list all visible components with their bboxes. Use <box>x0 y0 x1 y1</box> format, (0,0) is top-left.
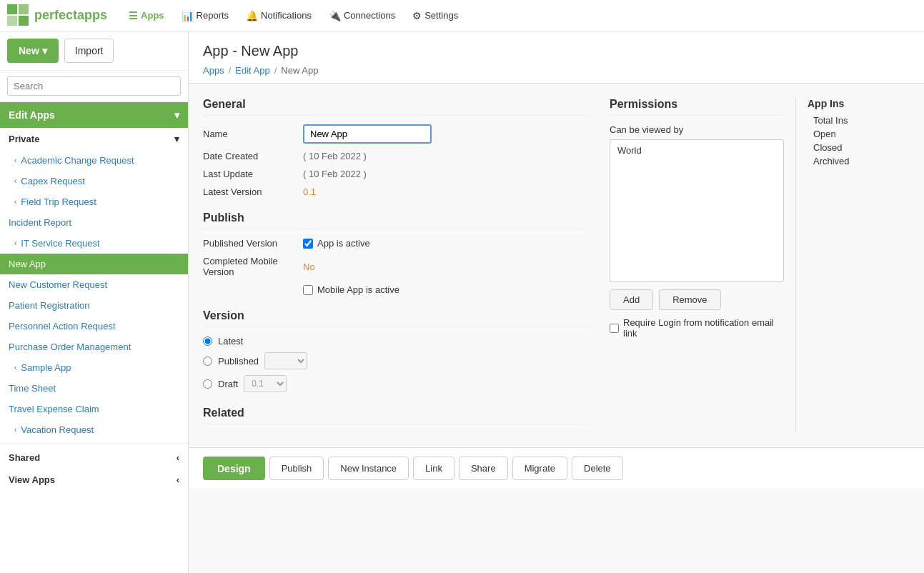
chevron-icon: ‹ <box>14 177 16 185</box>
dropdown-arrow-icon: ▾ <box>42 45 47 56</box>
logo-text: perfectapps <box>34 8 107 23</box>
chevron-icon: ‹ <box>14 198 16 206</box>
publish-button[interactable]: Publish <box>269 457 324 480</box>
view-apps-header[interactable]: View Apps ‹ <box>0 469 188 491</box>
can-be-viewed-label: Can be viewed by <box>610 124 784 135</box>
mobile-app-active-row: Mobile App is active <box>203 284 588 295</box>
new-instance-button[interactable]: New Instance <box>328 457 409 480</box>
main-body: General Name Date Created ( 10 Feb 2022 … <box>189 84 924 447</box>
date-created-label: Date Created <box>203 151 303 161</box>
shared-group-header[interactable]: Shared ‹ <box>0 447 188 469</box>
svg-rect-2 <box>7 16 17 26</box>
require-login-row: Require Login from notification email li… <box>610 317 784 339</box>
search-input[interactable] <box>7 76 181 96</box>
name-input[interactable] <box>303 124 432 144</box>
date-created-row: Date Created ( 10 Feb 2022 ) <box>203 151 588 161</box>
chevron-icon: ‹ <box>14 239 16 247</box>
sidebar-item-sample-app[interactable]: ‹ Sample App <box>0 357 188 378</box>
total-ins-row: Total Ins <box>808 115 910 126</box>
general-section-title: General <box>203 98 588 116</box>
page-title: App - New App <box>203 43 910 59</box>
private-group-header[interactable]: Private ▾ <box>0 128 188 150</box>
mobile-app-active-checkbox[interactable] <box>303 285 313 295</box>
sidebar-item-patient-registration[interactable]: Patient Registration <box>0 295 188 316</box>
breadcrumb-edit-app[interactable]: Edit App <box>235 65 269 76</box>
version-latest-label: Latest <box>218 336 243 347</box>
version-published-label: Published <box>218 356 259 367</box>
require-login-checkbox[interactable] <box>610 324 619 333</box>
new-button[interactable]: New ▾ <box>7 39 59 63</box>
svg-rect-0 <box>7 4 17 14</box>
sidebar-item-capex-request[interactable]: ‹ Capex Request <box>0 171 188 191</box>
version-section: Version Latest Published <box>203 309 588 392</box>
published-version-row: Published Version App is active <box>203 238 588 249</box>
sidebar-search-container <box>0 71 188 102</box>
sidebar-item-travel-expense-claim[interactable]: Travel Expense Claim <box>0 399 188 419</box>
edit-apps-header[interactable]: Edit Apps ▾ <box>0 102 188 128</box>
latest-version-value: 0.1 <box>303 186 316 197</box>
version-draft-option: Draft 0.1 <box>203 375 588 392</box>
layout: New ▾ Import Edit Apps ▾ Private ▾ ‹ Aca… <box>0 31 924 573</box>
nav-reports[interactable]: 📊 Reports <box>174 6 237 26</box>
require-login-label: Require Login from notification email li… <box>623 317 784 339</box>
sidebar-item-vacation-request[interactable]: ‹ Vacation Request <box>0 419 188 440</box>
design-button[interactable]: Design <box>203 457 265 480</box>
share-button[interactable]: Share <box>459 457 508 480</box>
version-published-option: Published <box>203 352 588 369</box>
published-version-label: Published Version <box>203 238 303 249</box>
permissions-title: Permissions <box>610 98 784 116</box>
last-update-row: Last Update ( 10 Feb 2022 ) <box>203 169 588 179</box>
version-draft-radio[interactable] <box>203 379 212 389</box>
publish-section: Publish Published Version App is active … <box>203 211 588 295</box>
nav-menu: ☰ Apps 📊 Reports 🔔 Notifications 🔌 Conne… <box>121 6 465 26</box>
closed-row: Closed <box>808 142 910 153</box>
sidebar-item-purchase-order-management[interactable]: Purchase Order Management <box>0 337 188 357</box>
sidebar-item-new-customer-request[interactable]: New Customer Request <box>0 274 188 295</box>
shared-chevron-icon: ‹ <box>177 452 179 463</box>
migrate-button[interactable]: Migrate <box>512 457 567 480</box>
last-update-label: Last Update <box>203 169 303 179</box>
reports-icon: 📊 <box>182 10 194 21</box>
version-published-select[interactable] <box>264 352 307 369</box>
settings-icon: ⚙ <box>412 10 422 21</box>
open-row: Open <box>808 129 910 139</box>
mobile-app-active-check[interactable]: Mobile App is active <box>303 284 399 295</box>
nav-notifications[interactable]: 🔔 Notifications <box>239 6 319 26</box>
breadcrumb-apps[interactable]: Apps <box>203 65 224 76</box>
sidebar: New ▾ Import Edit Apps ▾ Private ▾ ‹ Aca… <box>0 31 189 573</box>
version-draft-select[interactable]: 0.1 <box>244 375 287 392</box>
permissions-list[interactable]: World <box>610 139 784 282</box>
sidebar-item-it-service-request[interactable]: ‹ IT Service Request <box>0 233 188 254</box>
sidebar-item-field-trip-request[interactable]: ‹ Field Trip Request <box>0 191 188 212</box>
app-is-active-checkbox[interactable] <box>303 239 313 249</box>
sidebar-item-new-app[interactable]: New App <box>0 254 188 274</box>
nav-settings[interactable]: ⚙ Settings <box>405 6 465 26</box>
delete-button[interactable]: Delete <box>572 457 623 480</box>
breadcrumb-sep-1: / <box>229 65 232 76</box>
nav-connections[interactable]: 🔌 Connections <box>322 6 402 26</box>
edit-apps-chevron-icon: ▾ <box>174 109 179 121</box>
completed-mobile-row: Completed Mobile Version No <box>203 256 588 277</box>
sidebar-top-actions: New ▾ Import <box>0 31 188 71</box>
sidebar-item-incident-report[interactable]: Incident Report <box>0 212 188 233</box>
main-content: App - New App Apps / Edit App / New App … <box>189 31 924 573</box>
version-latest-radio[interactable] <box>203 337 212 346</box>
permissions-remove-button[interactable]: Remove <box>659 289 720 310</box>
version-published-radio[interactable] <box>203 357 212 366</box>
related-section: Related <box>203 407 588 424</box>
completed-mobile-value: No <box>303 261 315 272</box>
nav-apps[interactable]: ☰ Apps <box>121 6 172 26</box>
related-section-title: Related <box>203 407 588 424</box>
breadcrumb: Apps / Edit App / New App <box>203 65 910 76</box>
sidebar-item-academic-change-request[interactable]: ‹ Academic Change Request <box>0 150 188 171</box>
permissions-add-button[interactable]: Add <box>610 289 653 310</box>
version-options: Latest Published Draf <box>203 336 588 392</box>
app-is-active-check[interactable]: App is active <box>303 238 370 249</box>
logo-icon <box>7 4 30 27</box>
app-ins-title: App Ins <box>808 98 910 109</box>
sidebar-item-personnel-action-request[interactable]: Personnel Action Request <box>0 316 188 337</box>
connections-icon: 🔌 <box>329 10 341 21</box>
link-button[interactable]: Link <box>413 457 454 480</box>
sidebar-item-time-sheet[interactable]: Time Sheet <box>0 378 188 399</box>
import-button[interactable]: Import <box>64 39 114 63</box>
